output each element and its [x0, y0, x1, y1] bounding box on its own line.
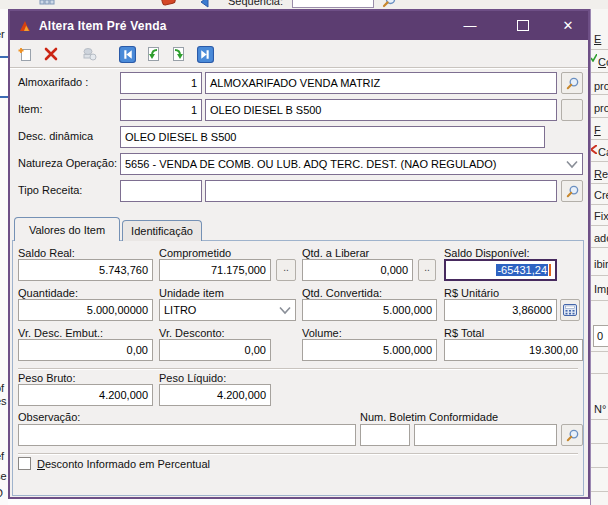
rs-total-label: R$ Total — [444, 327, 484, 339]
bg-button-fragment[interactable]: E — [594, 33, 601, 45]
bg-button-fragment[interactable]: Créd — [594, 189, 608, 201]
volume-label: Volume: — [302, 327, 342, 339]
search-icon — [565, 76, 580, 91]
saldo-disponivel-field[interactable]: -65431,24 — [444, 259, 557, 281]
tab-valores-do-item[interactable]: Valores do Item — [14, 217, 120, 241]
bg-button-fragment[interactable]: ados — [594, 232, 608, 244]
desconto-percentual-checkbox[interactable] — [18, 457, 31, 470]
observacao-field[interactable] — [18, 424, 356, 446]
close-button[interactable]: ✕ — [553, 11, 583, 40]
bg-button-fragment[interactable]: Ca — [598, 146, 608, 158]
desc-dinamica-label: Desc. dinâmica — [18, 130, 93, 142]
left-fragment: ef — [0, 450, 4, 462]
chevron-down-icon — [278, 306, 292, 315]
natureza-operacao-label: Natureza Operação: — [18, 157, 117, 169]
first-record-icon[interactable] — [116, 43, 138, 65]
left-fragment: es — [0, 395, 7, 407]
tipo-receita-label: Tipo Receita: — [18, 184, 82, 196]
qtd-a-liberar-detail-button[interactable]: .. — [418, 259, 436, 281]
eraser-icon[interactable] — [158, 0, 180, 9]
vr-desc-embut-label: Vr. Desc. Embut.: — [18, 327, 103, 339]
search-icon — [565, 184, 580, 199]
vr-desc-embut-field[interactable]: 0,00 — [18, 339, 153, 361]
tab-identificacao[interactable]: Identificação — [122, 220, 202, 241]
bg-button-fragment[interactable]: Fixa — [594, 210, 608, 222]
peso-bruto-label: Peso Bruto: — [18, 372, 75, 384]
bg-field-fragment: 0 — [593, 325, 608, 347]
comprometido-field[interactable]: 71.175,000 — [159, 259, 271, 281]
num-boletim-field[interactable] — [414, 424, 557, 446]
tipo-receita-code-field[interactable] — [120, 180, 202, 202]
saldo-disponivel-label: Saldo Disponível: — [444, 247, 530, 259]
bg-button-fragment[interactable]: Rent — [594, 168, 608, 180]
qtd-a-liberar-field[interactable]: 0,000 — [302, 259, 413, 281]
bg-button-fragment[interactable]: ibir — [594, 258, 608, 270]
red-x-icon — [591, 145, 597, 154]
new-record-icon[interactable] — [14, 43, 36, 65]
saldo-real-field[interactable]: 5.743,760 — [18, 259, 153, 281]
dialog-titlebar[interactable]: Altera Item Pré Venda — [10, 11, 588, 40]
search-icon[interactable] — [378, 0, 400, 9]
altera-item-pre-venda-dialog: Altera Item Pré Venda — ✕ — [8, 9, 590, 499]
rs-unitario-field[interactable]: 3,86000 — [444, 299, 557, 321]
item-name-field[interactable]: OLEO DIESEL B S500 — [205, 99, 557, 121]
almoxarifado-label: Almoxarifado : — [18, 76, 88, 88]
qtd-a-liberar-label: Qtd. a Liberar — [302, 247, 369, 259]
desconto-percentual-label: Desconto Informado em Percentual — [37, 458, 210, 470]
natureza-operacao-value: 5656 - VENDA DE COMB. OU LUB. ADQ TERC. … — [125, 158, 496, 170]
last-record-icon[interactable] — [194, 43, 216, 65]
sequencia-field[interactable]: 54812 — [292, 0, 374, 8]
vr-desconto-field[interactable]: 0,00 — [159, 339, 271, 361]
unidade-item-dropdown[interactable]: LITRO — [159, 299, 296, 321]
saldo-real-label: Saldo Real: — [18, 247, 75, 259]
qtd-convertida-label: Qtd. Convertida: — [302, 287, 382, 299]
delete-record-icon[interactable] — [40, 43, 62, 65]
left-fragment: er — [0, 28, 5, 40]
almoxarifado-name-field[interactable]: ALMOXARIFADO VENDA MATRIZ — [205, 72, 557, 94]
left-fragment: se — [0, 470, 7, 482]
num-boletim-code-field[interactable] — [360, 424, 410, 446]
rs-total-field[interactable]: 19.300,00 — [444, 339, 583, 361]
item-blank-button — [561, 99, 583, 121]
observacao-label: Observação: — [18, 411, 80, 423]
bg-button-fragment[interactable]: F — [594, 124, 601, 136]
left-fragment: D — [0, 487, 3, 499]
quantidade-field[interactable]: 5.000,00000 — [18, 299, 153, 321]
unidade-item-value: LITRO — [164, 304, 196, 316]
bg-button-fragment[interactable]: prov — [594, 102, 608, 114]
qtd-convertida-field[interactable]: 5.000,000 — [302, 299, 437, 321]
selected-text: -65431,24 — [496, 264, 548, 276]
volume-field[interactable]: 5.000,000 — [302, 339, 437, 361]
rs-unitario-label: R$ Unitário — [444, 287, 499, 299]
vr-desconto-label: Vr. Desconto: — [159, 327, 225, 339]
almoxarifado-code-field[interactable]: 1 — [120, 72, 202, 94]
sequencia-label: Sequência: — [228, 0, 283, 7]
bg-button-fragment[interactable]: Co — [598, 56, 608, 68]
left-fragment: of — [0, 382, 4, 394]
bg-label-fragment: N° — [594, 403, 606, 415]
tipo-receita-name-field[interactable] — [205, 180, 557, 202]
peso-bruto-field[interactable]: 4.200,000 — [18, 384, 153, 406]
natureza-operacao-dropdown[interactable]: 5656 - VENDA DE COMB. OU LUB. ADQ TERC. … — [120, 153, 583, 175]
dots-label: .. — [424, 263, 430, 277]
almoxarifado-search-button[interactable] — [561, 72, 583, 94]
calculator-button[interactable] — [560, 299, 580, 321]
peso-liquido-field[interactable]: 4.200,000 — [159, 384, 271, 406]
desc-dinamica-field[interactable]: OLEO DIESEL B S500 — [120, 126, 545, 148]
num-boletim-search-button[interactable] — [561, 424, 583, 446]
check-icon — [591, 54, 597, 62]
bg-button-fragment[interactable]: Imp — [594, 283, 608, 295]
nav-arrow-icon[interactable] — [193, 0, 215, 9]
maximize-button[interactable] — [508, 11, 538, 40]
stamp-icon-disabled — [78, 43, 100, 65]
background-right-strip: E Co proj prov F Ca Rent Créd Fixa ados … — [590, 9, 608, 505]
grid-icon[interactable] — [36, 0, 58, 9]
prior-record-icon[interactable] — [142, 43, 164, 65]
comprometido-detail-button[interactable]: .. — [276, 259, 296, 281]
next-record-icon[interactable] — [168, 43, 190, 65]
minimize-button[interactable]: — — [455, 11, 485, 40]
tipo-receita-search-button[interactable] — [561, 180, 583, 202]
bg-button-fragment[interactable]: proj — [594, 80, 608, 92]
dialog-title: Altera Item Pré Venda — [39, 19, 167, 33]
item-code-field[interactable]: 1 — [120, 99, 202, 121]
